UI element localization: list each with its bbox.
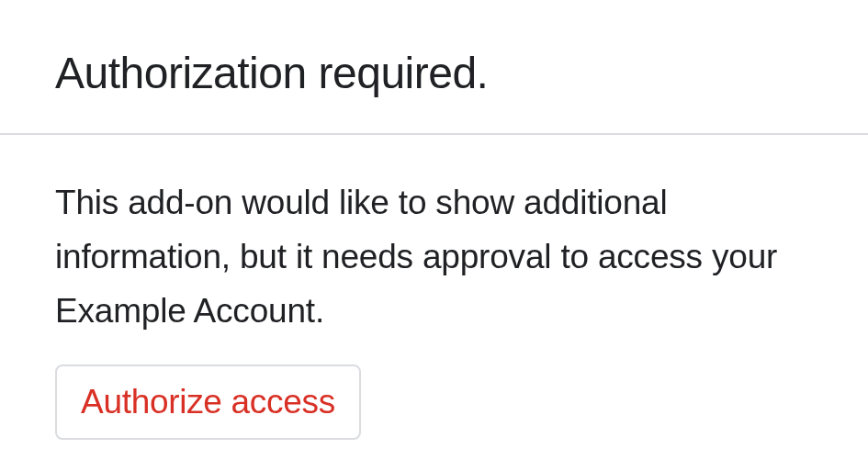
authorization-panel: Authorization required. This add-on woul…	[0, 0, 868, 471]
content: This add-on would like to show additiona…	[0, 135, 868, 440]
page-title: Authorization required.	[55, 48, 813, 98]
header: Authorization required.	[0, 0, 868, 133]
authorize-access-button[interactable]: Authorize access	[55, 364, 361, 440]
description-text: This add-on would like to show additiona…	[55, 175, 808, 339]
button-wrapper: Authorize access	[55, 364, 813, 440]
